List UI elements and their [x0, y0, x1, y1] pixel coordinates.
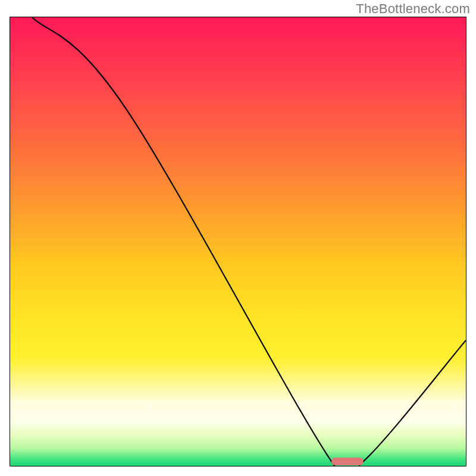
bottleneck-curve	[32, 17, 466, 466]
bottleneck-chart	[10, 17, 466, 466]
chart-svg	[10, 17, 466, 466]
attribution-text: TheBottleneck.com	[356, 1, 470, 17]
optimal-range-marker	[331, 458, 364, 465]
